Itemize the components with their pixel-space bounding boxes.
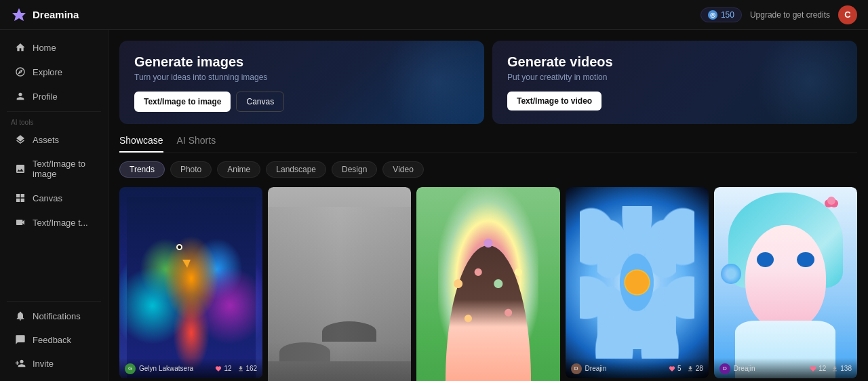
filter-anime[interactable]: Anime bbox=[217, 161, 260, 178]
message-icon bbox=[15, 334, 26, 345]
filter-photo[interactable]: Photo bbox=[170, 161, 212, 178]
sidebar-item-label: Explore bbox=[33, 67, 62, 77]
credits-badge: ◎ 150 bbox=[701, 7, 742, 22]
main-content: Generate images Turn your ideas into stu… bbox=[108, 30, 868, 381]
user-avatar[interactable]: C bbox=[838, 5, 857, 24]
likes-count-flower: 5 bbox=[677, 365, 682, 372]
filter-row: Trends Photo Anime Landscape Design Vide… bbox=[119, 161, 857, 178]
sidebar-item-feedback[interactable]: Feedback bbox=[4, 328, 104, 351]
filter-design[interactable]: Design bbox=[332, 161, 377, 178]
text-image-to-video-button[interactable]: Text/Image to video bbox=[507, 92, 601, 111]
gallery-overlay-flower: D Dreajin 5 28 bbox=[566, 358, 709, 378]
sidebar: Home Explore Profile AI tools Assets bbox=[0, 30, 108, 381]
sidebar-bottom: Notifications Feedback Invite bbox=[0, 298, 108, 376]
filter-landscape[interactable]: Landscape bbox=[266, 161, 326, 178]
filter-video[interactable]: Video bbox=[382, 161, 423, 178]
sidebar-item-label: Invite bbox=[33, 359, 54, 369]
sidebar-item-assets[interactable]: Assets bbox=[4, 128, 104, 151]
credits-icon: ◎ bbox=[708, 10, 717, 20]
credits-value: 150 bbox=[721, 10, 734, 20]
sidebar-item-label: Text/Image to image bbox=[33, 159, 93, 179]
sidebar-item-profile[interactable]: Profile bbox=[4, 85, 104, 108]
gallery-item-lady[interactable]: G GB 4 32 bbox=[416, 187, 559, 381]
canvas-button[interactable]: Canvas bbox=[236, 92, 284, 112]
card-deco bbox=[382, 41, 484, 124]
gallery-item-eagle[interactable]: G Gelyn Lakwatsera 12 162 bbox=[119, 187, 262, 378]
ai-tools-label: AI tools bbox=[0, 115, 108, 127]
hero-cards: Generate images Turn your ideas into stu… bbox=[119, 41, 857, 124]
topbar: Dreamina ◎ 150 Upgrade to get credits C bbox=[0, 0, 868, 30]
compass-icon bbox=[15, 66, 26, 77]
gallery-stats-flower: 5 28 bbox=[669, 365, 703, 372]
sidebar-item-home[interactable]: Home bbox=[4, 36, 104, 59]
image-icon bbox=[15, 163, 26, 174]
sidebar-item-text-image2[interactable]: Text/Image t... bbox=[4, 211, 104, 234]
sidebar-item-label: Canvas bbox=[33, 193, 62, 203]
tab-showcase[interactable]: Showcase bbox=[119, 135, 163, 153]
gallery-stats-anime: 12 138 bbox=[810, 365, 852, 372]
downloads-flower: 28 bbox=[687, 365, 703, 372]
tab-ai-shorts[interactable]: AI Shorts bbox=[177, 135, 216, 153]
downloads-anime: 138 bbox=[831, 365, 852, 372]
main-layout: Home Explore Profile AI tools Assets bbox=[0, 30, 868, 381]
gallery-overlay-eagle: G Gelyn Lakwatsera 12 162 bbox=[119, 358, 262, 378]
gallery-user-flower: D Dreajin bbox=[571, 363, 607, 374]
dreamina-logo-icon bbox=[11, 7, 27, 23]
gallery-item-flower[interactable]: D Dreajin 5 28 bbox=[566, 187, 709, 378]
user-plus-icon bbox=[15, 358, 26, 369]
video-icon bbox=[15, 217, 26, 228]
downloads-count-flower: 28 bbox=[696, 365, 703, 372]
gallery-grid: G Gelyn Lakwatsera 12 162 bbox=[119, 187, 857, 381]
downloads-count-eagle: 162 bbox=[246, 365, 258, 372]
generate-videos-card: Generate videos Put your creativity in m… bbox=[492, 41, 857, 124]
sidebar-item-notifications[interactable]: Notifications bbox=[4, 304, 104, 327]
sidebar-item-label: Home bbox=[33, 43, 56, 53]
likes-count-eagle: 12 bbox=[224, 365, 231, 372]
user-icon bbox=[15, 91, 26, 102]
gallery-overlay-anime: D Dreajin 12 138 bbox=[714, 358, 857, 378]
username-anime: Dreajin bbox=[734, 365, 755, 372]
sidebar-item-explore[interactable]: Explore bbox=[4, 60, 104, 83]
sidebar-item-label: Text/Image t... bbox=[33, 218, 88, 228]
sidebar-item-label: Assets bbox=[33, 135, 59, 145]
username-eagle: Gelyn Lakwatsera bbox=[139, 365, 193, 372]
topbar-right: ◎ 150 Upgrade to get credits C bbox=[701, 5, 857, 24]
gallery-stats-eagle: 12 162 bbox=[215, 365, 257, 372]
user-avatar-sm-flower: D bbox=[571, 363, 582, 374]
home-icon bbox=[15, 42, 26, 53]
username-flower: Dreajin bbox=[585, 365, 607, 372]
sidebar-item-label: Profile bbox=[33, 92, 58, 102]
likes-eagle: 12 bbox=[215, 365, 231, 372]
user-avatar-sm-anime: D bbox=[719, 363, 730, 374]
sidebar-item-label: Notifications bbox=[33, 311, 81, 321]
bell-icon bbox=[15, 310, 26, 321]
grid-icon bbox=[15, 193, 26, 203]
gallery-user-eagle: G Gelyn Lakwatsera bbox=[125, 363, 193, 374]
user-avatar-sm: G bbox=[125, 363, 136, 374]
sidebar-item-text-image[interactable]: Text/Image to image bbox=[4, 153, 104, 185]
likes-flower: 5 bbox=[669, 365, 682, 372]
downloads-count-anime: 138 bbox=[840, 365, 852, 372]
svg-marker-0 bbox=[12, 8, 26, 21]
sidebar-item-canvas[interactable]: Canvas bbox=[4, 186, 104, 209]
gallery-item-anime[interactable]: D Dreajin 12 138 bbox=[714, 187, 857, 378]
gallery-user-anime: D Dreajin bbox=[719, 363, 755, 374]
filter-trends[interactable]: Trends bbox=[119, 161, 165, 178]
sidebar-divider-1 bbox=[7, 111, 101, 112]
sidebar-divider-2 bbox=[7, 301, 101, 302]
logo-area: Dreamina bbox=[11, 7, 79, 23]
likes-count-anime: 12 bbox=[818, 365, 826, 372]
likes-anime: 12 bbox=[810, 365, 826, 372]
upgrade-link[interactable]: Upgrade to get credits bbox=[750, 10, 830, 20]
generate-images-card: Generate images Turn your ideas into stu… bbox=[119, 41, 484, 124]
tabs-row: Showcase AI Shorts bbox=[119, 135, 857, 153]
text-image-to-image-button[interactable]: Text/Image to image bbox=[134, 92, 231, 112]
sidebar-item-label: Feedback bbox=[33, 335, 71, 345]
logo-text: Dreamina bbox=[33, 9, 79, 20]
layers-icon bbox=[15, 134, 26, 145]
downloads-eagle: 162 bbox=[237, 365, 258, 372]
gallery-item-umbrella[interactable]: J Jan 29k 15 153 bbox=[268, 187, 411, 381]
sidebar-item-invite[interactable]: Invite bbox=[4, 352, 104, 375]
card-deco-2 bbox=[755, 41, 857, 124]
